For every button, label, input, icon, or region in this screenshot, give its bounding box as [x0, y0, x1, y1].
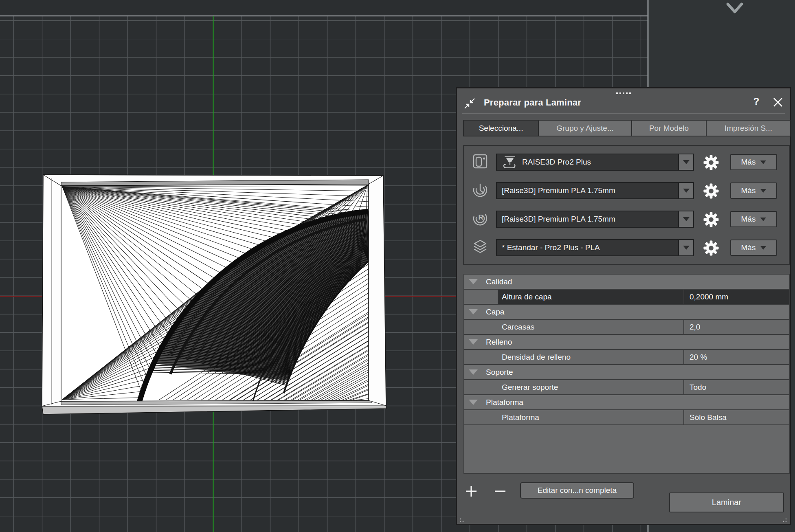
setting-name: Altura de capa	[464, 292, 683, 301]
drag-dot	[623, 92, 624, 94]
more-dropdown-triangle-icon	[760, 246, 766, 250]
more-button-0[interactable]: Más	[730, 154, 777, 170]
svg-text:R: R	[479, 213, 483, 221]
more-dropdown-triangle-icon	[760, 160, 766, 164]
tab-2[interactable]: Por Modelo	[632, 121, 706, 136]
template-layers-icon	[472, 238, 488, 257]
setting-name: Plataforma	[464, 413, 683, 422]
collapse-triangle-icon[interactable]	[469, 339, 478, 345]
combo-0[interactable]: RAISE3D Pro2 Plus	[496, 154, 694, 171]
collapse-triangle-icon[interactable]	[469, 309, 478, 314]
gear-icon[interactable]	[703, 155, 719, 172]
model-string-art-frame[interactable]	[42, 175, 386, 414]
help-button[interactable]: ?	[751, 96, 762, 108]
collapse-triangle-icon[interactable]	[469, 369, 478, 375]
setting-value[interactable]: Todo	[683, 380, 789, 394]
combo-3[interactable]: * Estandar - Pro2 Plus - PLA	[496, 239, 694, 256]
combo-value: RAISE3D Pro2 Plus	[522, 158, 591, 167]
slice-button[interactable]: Laminar	[669, 492, 784, 512]
drag-dot	[626, 92, 628, 94]
setting-group-Soporte[interactable]: Soporte	[464, 365, 789, 380]
selector-row-3: * Estandar - Pro2 Plus - PLAMás	[464, 239, 789, 256]
combo-value: [Raise3D] Premium PLA 1.75mm	[502, 186, 615, 195]
setting-group-Calidad[interactable]: Calidad	[464, 275, 789, 290]
setting-name: Generar soporte	[464, 383, 683, 392]
dropdown-triangle-icon	[683, 217, 690, 221]
nozzle-right-icon: R	[472, 210, 488, 229]
more-dropdown-triangle-icon	[760, 189, 766, 193]
combo-dropdown-arrow-icon[interactable]	[678, 211, 693, 227]
combo-dropdown-arrow-icon[interactable]	[678, 240, 693, 255]
more-button-3[interactable]: Más	[730, 240, 777, 256]
gear-icon[interactable]	[703, 212, 719, 229]
gear-icon[interactable]	[703, 183, 719, 200]
close-icon[interactable]	[772, 97, 784, 108]
setting-name: Densidad de relleno	[464, 353, 683, 362]
dropdown-triangle-icon	[683, 189, 690, 193]
combo-dropdown-arrow-icon[interactable]	[678, 154, 693, 170]
combo-2[interactable]: [Raise3D] Premium PLA 1.75mm	[496, 211, 694, 228]
settings-table: CalidadAltura de capa0,2000 mmCapaCarcas…	[463, 274, 790, 474]
more-button-2[interactable]: Más	[730, 211, 777, 227]
dropdown-triangle-icon	[683, 160, 690, 164]
combo-dropdown-arrow-icon[interactable]	[678, 183, 693, 198]
setting-row-Densidad de relleno[interactable]: Densidad de relleno20 %	[464, 350, 789, 365]
tab-1[interactable]: Grupo y Ajuste...	[539, 121, 631, 136]
setting-group-Plataforma[interactable]: Plataforma	[464, 395, 789, 410]
dialog-tabs: Selecciona...Grupo y Ajuste...Por Modelo…	[463, 120, 791, 136]
setting-row-Carcasas[interactable]: Carcasas2,0	[464, 320, 789, 335]
drag-dot	[629, 92, 631, 94]
header-separator	[462, 113, 785, 114]
drag-dot	[619, 92, 621, 94]
selector-row-0: RAISE3D Pro2 PlusMás	[464, 154, 789, 171]
more-button-label: Más	[741, 243, 756, 252]
tab-3[interactable]: Impresión S...	[707, 121, 790, 136]
more-button-label: Más	[741, 158, 756, 167]
group-label: Soporte	[486, 368, 513, 377]
printer-icon	[472, 153, 488, 171]
group-label: Capa	[486, 308, 504, 317]
remove-setting-button[interactable]	[494, 485, 506, 497]
selector-rows: RAISE3D Pro2 PlusMás[Raise3D] Premium PL…	[463, 145, 790, 265]
setting-name: Carcasas	[464, 323, 683, 332]
setting-value[interactable]: 2,0	[683, 320, 789, 334]
selector-row-2: R[Raise3D] Premium PLA 1.75mmMás	[464, 211, 789, 228]
setting-value[interactable]: Sólo Balsa	[683, 410, 789, 424]
add-setting-button[interactable]	[465, 485, 477, 497]
resize-grip-right-icon[interactable]	[782, 517, 787, 523]
dialog-title: Preparar para Laminar	[484, 97, 581, 108]
setting-row-Plataforma[interactable]: PlataformaSólo Balsa	[464, 410, 789, 425]
setting-value[interactable]: 20 %	[683, 350, 789, 364]
prepare-to-slice-dialog: Preparar para Laminar ? Selecciona...Gru…	[456, 87, 791, 525]
more-button-1[interactable]: Más	[730, 182, 777, 199]
more-dropdown-triangle-icon	[760, 218, 766, 221]
dropdown-triangle-icon	[683, 246, 690, 250]
drag-dot	[616, 92, 618, 94]
group-label: Plataforma	[486, 398, 523, 407]
selector-row-1: [Raise3D] Premium PLA 1.75mmMás	[464, 182, 789, 199]
tab-0[interactable]: Selecciona...	[464, 121, 538, 136]
nozzle-left-icon	[472, 181, 488, 200]
collapse-icon[interactable]	[463, 97, 476, 110]
combo-1[interactable]: [Raise3D] Premium PLA 1.75mm	[496, 182, 694, 199]
edit-full-config-button[interactable]: Editar con...n completa	[520, 482, 634, 499]
combo-value: [Raise3D] Premium PLA 1.75mm	[502, 215, 615, 224]
extruder-nozzle-icon	[502, 154, 518, 171]
collapse-triangle-icon[interactable]	[469, 400, 478, 405]
drag-dots-icon[interactable]	[616, 92, 631, 94]
setting-row-Altura de capa[interactable]: Altura de capa0,2000 mm	[464, 290, 789, 305]
resize-grip-left-icon[interactable]	[459, 517, 465, 523]
gear-icon[interactable]	[703, 240, 719, 257]
combo-value: * Estandar - Pro2 Plus - PLA	[502, 243, 600, 252]
more-button-label: Más	[741, 215, 756, 224]
more-button-label: Más	[741, 186, 756, 195]
group-label: Relleno	[486, 338, 512, 347]
group-label: Calidad	[486, 277, 512, 286]
collapse-triangle-icon[interactable]	[469, 279, 478, 284]
setting-value[interactable]: 0,2000 mm	[683, 290, 789, 304]
setting-group-Relleno[interactable]: Relleno	[464, 335, 789, 350]
setting-row-Generar soporte[interactable]: Generar soporteTodo	[464, 380, 789, 395]
application-window: Preparar para Laminar ? Selecciona...Gru…	[0, 0, 795, 532]
setting-group-Capa[interactable]: Capa	[464, 305, 789, 320]
